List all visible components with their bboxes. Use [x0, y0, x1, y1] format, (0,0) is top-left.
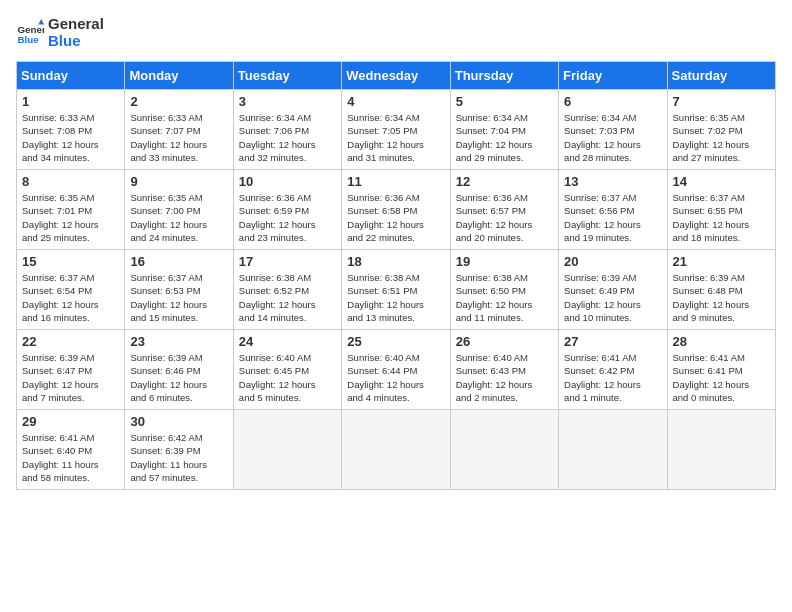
weekday-header-monday: Monday: [125, 62, 233, 90]
day-number: 12: [456, 174, 553, 189]
calendar-cell: [342, 410, 450, 490]
calendar-cell: 9Sunrise: 6:35 AMSunset: 7:00 PMDaylight…: [125, 170, 233, 250]
day-number: 19: [456, 254, 553, 269]
calendar-cell: 5Sunrise: 6:34 AMSunset: 7:04 PMDaylight…: [450, 90, 558, 170]
day-detail: Sunrise: 6:41 AMSunset: 6:41 PMDaylight:…: [673, 351, 770, 404]
day-number: 26: [456, 334, 553, 349]
logo-blue: Blue: [48, 33, 104, 50]
calendar-cell: [450, 410, 558, 490]
calendar-cell: 21Sunrise: 6:39 AMSunset: 6:48 PMDayligh…: [667, 250, 775, 330]
calendar-week-1: 1Sunrise: 6:33 AMSunset: 7:08 PMDaylight…: [17, 90, 776, 170]
day-number: 6: [564, 94, 661, 109]
day-detail: Sunrise: 6:33 AMSunset: 7:07 PMDaylight:…: [130, 111, 227, 164]
calendar-cell: 7Sunrise: 6:35 AMSunset: 7:02 PMDaylight…: [667, 90, 775, 170]
day-number: 11: [347, 174, 444, 189]
calendar-cell: 25Sunrise: 6:40 AMSunset: 6:44 PMDayligh…: [342, 330, 450, 410]
weekday-header-thursday: Thursday: [450, 62, 558, 90]
calendar-cell: 19Sunrise: 6:38 AMSunset: 6:50 PMDayligh…: [450, 250, 558, 330]
day-number: 5: [456, 94, 553, 109]
calendar-cell: 30Sunrise: 6:42 AMSunset: 6:39 PMDayligh…: [125, 410, 233, 490]
calendar-week-3: 15Sunrise: 6:37 AMSunset: 6:54 PMDayligh…: [17, 250, 776, 330]
day-number: 17: [239, 254, 336, 269]
calendar-cell: 14Sunrise: 6:37 AMSunset: 6:55 PMDayligh…: [667, 170, 775, 250]
day-number: 21: [673, 254, 770, 269]
calendar-week-5: 29Sunrise: 6:41 AMSunset: 6:40 PMDayligh…: [17, 410, 776, 490]
calendar-cell: 1Sunrise: 6:33 AMSunset: 7:08 PMDaylight…: [17, 90, 125, 170]
day-number: 14: [673, 174, 770, 189]
day-detail: Sunrise: 6:40 AMSunset: 6:45 PMDaylight:…: [239, 351, 336, 404]
day-number: 8: [22, 174, 119, 189]
day-detail: Sunrise: 6:42 AMSunset: 6:39 PMDaylight:…: [130, 431, 227, 484]
day-detail: Sunrise: 6:40 AMSunset: 6:43 PMDaylight:…: [456, 351, 553, 404]
day-number: 29: [22, 414, 119, 429]
calendar-cell: 26Sunrise: 6:40 AMSunset: 6:43 PMDayligh…: [450, 330, 558, 410]
logo-icon: General Blue: [16, 19, 44, 47]
calendar-cell: 16Sunrise: 6:37 AMSunset: 6:53 PMDayligh…: [125, 250, 233, 330]
day-detail: Sunrise: 6:37 AMSunset: 6:54 PMDaylight:…: [22, 271, 119, 324]
day-detail: Sunrise: 6:33 AMSunset: 7:08 PMDaylight:…: [22, 111, 119, 164]
day-number: 10: [239, 174, 336, 189]
calendar-cell: 27Sunrise: 6:41 AMSunset: 6:42 PMDayligh…: [559, 330, 667, 410]
day-detail: Sunrise: 6:38 AMSunset: 6:50 PMDaylight:…: [456, 271, 553, 324]
calendar-cell: 3Sunrise: 6:34 AMSunset: 7:06 PMDaylight…: [233, 90, 341, 170]
day-number: 30: [130, 414, 227, 429]
calendar-cell: 10Sunrise: 6:36 AMSunset: 6:59 PMDayligh…: [233, 170, 341, 250]
calendar-cell: 15Sunrise: 6:37 AMSunset: 6:54 PMDayligh…: [17, 250, 125, 330]
day-detail: Sunrise: 6:39 AMSunset: 6:48 PMDaylight:…: [673, 271, 770, 324]
calendar-cell: 22Sunrise: 6:39 AMSunset: 6:47 PMDayligh…: [17, 330, 125, 410]
day-number: 7: [673, 94, 770, 109]
calendar-cell: [667, 410, 775, 490]
day-detail: Sunrise: 6:41 AMSunset: 6:42 PMDaylight:…: [564, 351, 661, 404]
day-detail: Sunrise: 6:35 AMSunset: 7:02 PMDaylight:…: [673, 111, 770, 164]
day-detail: Sunrise: 6:36 AMSunset: 6:57 PMDaylight:…: [456, 191, 553, 244]
calendar-cell: 24Sunrise: 6:40 AMSunset: 6:45 PMDayligh…: [233, 330, 341, 410]
calendar-cell: 11Sunrise: 6:36 AMSunset: 6:58 PMDayligh…: [342, 170, 450, 250]
day-number: 20: [564, 254, 661, 269]
day-number: 22: [22, 334, 119, 349]
weekday-header-tuesday: Tuesday: [233, 62, 341, 90]
calendar-cell: 17Sunrise: 6:38 AMSunset: 6:52 PMDayligh…: [233, 250, 341, 330]
day-detail: Sunrise: 6:35 AMSunset: 7:00 PMDaylight:…: [130, 191, 227, 244]
day-detail: Sunrise: 6:38 AMSunset: 6:51 PMDaylight:…: [347, 271, 444, 324]
calendar-cell: [233, 410, 341, 490]
day-detail: Sunrise: 6:34 AMSunset: 7:05 PMDaylight:…: [347, 111, 444, 164]
calendar-week-4: 22Sunrise: 6:39 AMSunset: 6:47 PMDayligh…: [17, 330, 776, 410]
calendar-cell: 18Sunrise: 6:38 AMSunset: 6:51 PMDayligh…: [342, 250, 450, 330]
day-detail: Sunrise: 6:37 AMSunset: 6:53 PMDaylight:…: [130, 271, 227, 324]
calendar-cell: 13Sunrise: 6:37 AMSunset: 6:56 PMDayligh…: [559, 170, 667, 250]
calendar-cell: 28Sunrise: 6:41 AMSunset: 6:41 PMDayligh…: [667, 330, 775, 410]
day-number: 13: [564, 174, 661, 189]
day-number: 1: [22, 94, 119, 109]
day-number: 28: [673, 334, 770, 349]
day-detail: Sunrise: 6:39 AMSunset: 6:46 PMDaylight:…: [130, 351, 227, 404]
day-number: 24: [239, 334, 336, 349]
calendar-cell: 4Sunrise: 6:34 AMSunset: 7:05 PMDaylight…: [342, 90, 450, 170]
day-number: 15: [22, 254, 119, 269]
day-detail: Sunrise: 6:37 AMSunset: 6:56 PMDaylight:…: [564, 191, 661, 244]
day-detail: Sunrise: 6:37 AMSunset: 6:55 PMDaylight:…: [673, 191, 770, 244]
day-number: 4: [347, 94, 444, 109]
calendar-cell: 6Sunrise: 6:34 AMSunset: 7:03 PMDaylight…: [559, 90, 667, 170]
day-detail: Sunrise: 6:40 AMSunset: 6:44 PMDaylight:…: [347, 351, 444, 404]
calendar-cell: 20Sunrise: 6:39 AMSunset: 6:49 PMDayligh…: [559, 250, 667, 330]
day-number: 16: [130, 254, 227, 269]
calendar-table: SundayMondayTuesdayWednesdayThursdayFrid…: [16, 61, 776, 490]
day-detail: Sunrise: 6:38 AMSunset: 6:52 PMDaylight:…: [239, 271, 336, 324]
day-detail: Sunrise: 6:34 AMSunset: 7:04 PMDaylight:…: [456, 111, 553, 164]
page-header: General Blue General Blue: [16, 16, 776, 49]
weekday-header-wednesday: Wednesday: [342, 62, 450, 90]
day-number: 9: [130, 174, 227, 189]
day-number: 23: [130, 334, 227, 349]
weekday-header-friday: Friday: [559, 62, 667, 90]
day-number: 18: [347, 254, 444, 269]
logo-general: General: [48, 16, 104, 33]
day-number: 3: [239, 94, 336, 109]
weekday-header-saturday: Saturday: [667, 62, 775, 90]
day-detail: Sunrise: 6:36 AMSunset: 6:59 PMDaylight:…: [239, 191, 336, 244]
calendar-cell: 29Sunrise: 6:41 AMSunset: 6:40 PMDayligh…: [17, 410, 125, 490]
svg-marker-2: [38, 19, 44, 25]
calendar-week-2: 8Sunrise: 6:35 AMSunset: 7:01 PMDaylight…: [17, 170, 776, 250]
day-number: 2: [130, 94, 227, 109]
svg-text:Blue: Blue: [17, 33, 39, 44]
day-number: 27: [564, 334, 661, 349]
